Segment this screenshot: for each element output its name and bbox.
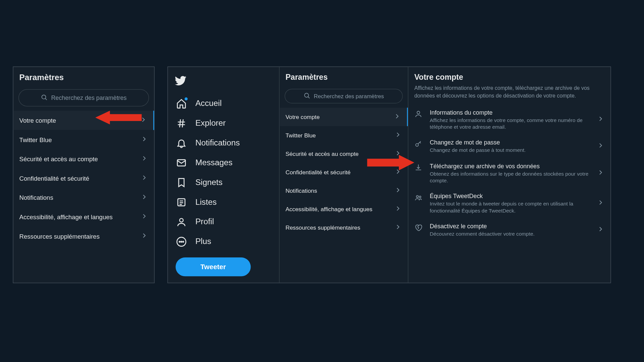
option-tweetdeck-teams[interactable]: Équipes TweetDeck Invitez tout le monde …	[408, 188, 610, 219]
settings-panel-step1: Paramètres Recherchez des paramètres Vot…	[13, 66, 154, 283]
more-circle-icon	[176, 236, 187, 247]
chevron-right-icon	[140, 116, 147, 125]
detail-title: Votre compte	[408, 67, 610, 84]
chevron-right-icon	[597, 142, 604, 151]
settings-panel-step2: Accueil Explorer Notifications Messages …	[167, 66, 611, 283]
chevron-right-icon	[597, 115, 604, 124]
hashtag-icon	[176, 118, 187, 129]
svg-point-21	[419, 196, 421, 198]
nav-explore[interactable]: Explorer	[168, 113, 279, 133]
svg-point-20	[416, 195, 418, 197]
chevron-right-icon	[597, 169, 604, 178]
settings-item-security-access[interactable]: Sécurité et accès au compte	[279, 144, 408, 163]
chevron-right-icon	[141, 213, 148, 222]
settings-list-column: Paramètres Recherchez des paramètres Vot…	[279, 67, 408, 283]
svg-line-5	[182, 119, 183, 127]
svg-line-17	[308, 97, 309, 98]
heartbreak-icon	[414, 224, 424, 233]
search-icon	[304, 92, 310, 100]
chevron-right-icon	[394, 149, 402, 158]
person-icon	[176, 216, 187, 227]
chevron-right-icon	[141, 155, 148, 164]
bell-icon	[176, 137, 187, 148]
settings-item-security-access[interactable]: Sécurité et accès au compte	[13, 149, 154, 169]
chevron-right-icon	[141, 193, 148, 202]
chevron-right-icon	[394, 205, 402, 214]
chevron-right-icon	[394, 131, 402, 140]
svg-point-15	[182, 241, 183, 242]
chevron-right-icon	[394, 186, 402, 195]
chevron-right-icon	[141, 174, 148, 183]
settings-item-twitter-blue[interactable]: Twitter Blue	[13, 130, 154, 149]
nav-bookmarks[interactable]: Signets	[168, 173, 279, 192]
settings-item-accessibility[interactable]: Accessibilité, affichage et langues	[13, 207, 154, 227]
key-icon	[414, 140, 424, 150]
chevron-right-icon	[394, 168, 402, 177]
home-icon	[176, 98, 187, 109]
svg-line-1	[45, 98, 47, 100]
option-download-archive[interactable]: Téléchargez une archive de vos données O…	[408, 158, 610, 188]
nav-home[interactable]: Accueil	[168, 94, 279, 113]
nav-lists[interactable]: Listes	[168, 192, 279, 212]
envelope-icon	[176, 157, 187, 168]
search-icon	[41, 94, 48, 102]
list-icon	[176, 196, 187, 207]
nav-profile[interactable]: Profil	[168, 212, 279, 232]
settings-item-privacy[interactable]: Confidentialité et sécurité	[13, 169, 154, 188]
chevron-right-icon	[393, 112, 401, 121]
notification-dot	[184, 98, 187, 101]
account-detail-column: Votre compte Affichez les informations d…	[408, 67, 610, 283]
chevron-right-icon	[141, 232, 148, 241]
settings-item-accessibility[interactable]: Accessibilité, affichage et langues	[279, 200, 408, 218]
svg-point-14	[181, 241, 182, 242]
option-change-password[interactable]: Changez de mot de passe Changez de mot d…	[408, 135, 610, 158]
twitter-logo-icon[interactable]	[168, 70, 279, 94]
search-placeholder: Recherchez des paramètres	[51, 95, 126, 101]
settings-item-your-account[interactable]: Votre compte	[279, 108, 408, 126]
settings-item-your-account[interactable]: Votre compte	[13, 111, 154, 130]
tweet-button[interactable]: Tweeter	[176, 257, 251, 276]
nav-notifications[interactable]: Notifications	[168, 133, 279, 153]
people-icon	[414, 193, 424, 203]
settings-item-additional-resources[interactable]: Ressources supplémentaires	[13, 227, 154, 246]
svg-point-19	[416, 144, 418, 146]
svg-point-11	[179, 218, 183, 222]
option-account-info[interactable]: Informations du compte Affichez les info…	[408, 105, 610, 135]
settings-item-notifications[interactable]: Notifications	[279, 181, 408, 200]
svg-line-4	[179, 119, 180, 127]
chevron-right-icon	[141, 135, 148, 144]
detail-subtitle: Affichez les informations de votre compt…	[408, 84, 610, 105]
settings-title: Paramètres	[279, 67, 408, 86]
bookmark-icon	[176, 177, 187, 188]
download-icon	[414, 163, 424, 173]
svg-point-18	[417, 111, 420, 114]
chevron-right-icon	[597, 226, 604, 235]
option-deactivate[interactable]: Désactivez le compte Découvrez comment d…	[408, 219, 610, 242]
search-input[interactable]: Recherchez des paramètres	[18, 89, 149, 106]
search-input[interactable]: Recherchez des paramètres	[285, 89, 403, 104]
settings-item-twitter-blue[interactable]: Twitter Blue	[279, 126, 408, 144]
svg-point-13	[179, 241, 180, 242]
settings-title: Paramètres	[13, 67, 154, 87]
person-icon	[414, 110, 424, 120]
settings-item-notifications[interactable]: Notifications	[13, 188, 154, 207]
svg-point-16	[305, 93, 309, 97]
search-placeholder: Recherchez des paramètres	[314, 93, 384, 99]
settings-item-additional-resources[interactable]: Ressources supplémentaires	[279, 219, 408, 237]
nav-messages[interactable]: Messages	[168, 153, 279, 173]
svg-point-0	[42, 95, 46, 99]
nav-more[interactable]: Plus	[168, 232, 279, 251]
primary-nav: Accueil Explorer Notifications Messages …	[168, 67, 279, 283]
chevron-right-icon	[394, 223, 402, 232]
settings-item-privacy[interactable]: Confidentialité et sécurité	[279, 163, 408, 181]
chevron-right-icon	[597, 199, 604, 208]
